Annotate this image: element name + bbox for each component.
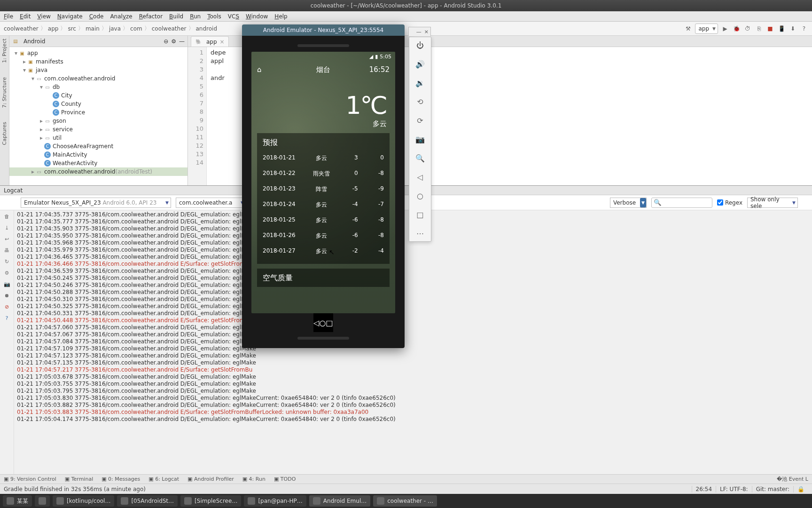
overview-icon[interactable]: □ [415, 209, 425, 220]
settings-icon[interactable]: ⚙ [3, 269, 11, 277]
tree-node[interactable]: CMainActivity [9, 151, 187, 159]
disclosure-triangle[interactable]: ▸ [39, 118, 44, 124]
tree-node[interactable]: ▸▭com.coolweather.android (androidTest) [9, 167, 187, 176]
log-line[interactable]: 01-21 17:05:03.678 3775-3816/com.coolwea… [17, 373, 809, 381]
restart-icon[interactable]: ↻ [3, 257, 11, 266]
back-icon[interactable]: ◁ [415, 172, 425, 182]
structure-tool-button[interactable]: 7: Structure [1, 77, 8, 108]
breadcrumb[interactable]: coolweather〉app〉src〉main〉java〉com〉coolwe… [4, 24, 217, 32]
menu-vcs[interactable]: VCS [228, 13, 239, 20]
log-line[interactable]: 01-21 17:04:50.448 3775-3816/com.coolwea… [17, 317, 809, 324]
tool-terminal[interactable]: ▣ Terminal [65, 476, 93, 482]
taskbar-item[interactable] [35, 495, 50, 507]
menu-edit[interactable]: Edit [20, 13, 31, 20]
tree-node[interactable]: ▾▣java [9, 66, 187, 74]
taskbar-item[interactable]: [kotlinup/cool… [53, 495, 114, 507]
log-line[interactable]: 01-21 17:04:57.123 3775-3816/com.coolwea… [17, 352, 809, 359]
attach-button[interactable]: ⎘ [755, 24, 763, 33]
log-line[interactable]: 01-21 17:04:57.109 3775-3816/com.coolwea… [17, 345, 809, 352]
taskbar-item[interactable]: [pan@pan-HP… [244, 495, 306, 507]
git-branch[interactable]: Git: master: [752, 486, 793, 492]
profile-button[interactable]: ⏱ [743, 24, 752, 33]
log-line[interactable]: 01-21 17:04:57.217 3775-3816/com.coolwea… [17, 366, 809, 373]
help-icon[interactable]: ? [800, 24, 808, 33]
debug-button[interactable]: 🐞 [732, 24, 741, 33]
project-scope[interactable]: Android [23, 38, 45, 45]
event-log-button[interactable]: �池 Event L [777, 476, 808, 483]
log-line[interactable]: 01-21 17:04:50.288 3775-3816/com.coolwea… [17, 289, 809, 296]
nav-home[interactable]: ○ [320, 318, 326, 327]
tree-node[interactable]: CCounty [9, 100, 187, 108]
hide-icon[interactable]: — [179, 38, 185, 45]
menu-analyze[interactable]: Analyze [110, 13, 132, 20]
record-icon[interactable]: ⏺ [3, 291, 11, 300]
log-line[interactable]: 01-21 17:04:57.135 3775-3816/com.coolwea… [17, 359, 809, 366]
crumb-java[interactable]: java [109, 25, 121, 32]
emulator-window[interactable]: Android Emulator - Nexus_5X_API_23:5554 … [242, 24, 405, 348]
close-icon[interactable]: × [424, 29, 429, 35]
crumb-com[interactable]: com [130, 25, 142, 32]
encoding[interactable]: LF: UTF-8: [716, 486, 752, 492]
crumb-android[interactable]: android [196, 25, 218, 32]
log-output[interactable]: 01-21 17:04:35.737 3775-3816/com.coolwea… [14, 210, 812, 474]
sdk-button[interactable]: ⬇ [789, 24, 797, 33]
crumb-src[interactable]: src [68, 25, 76, 32]
log-search-input[interactable] [651, 198, 712, 208]
log-line[interactable]: 01-21 17:04:57.067 3775-3816/com.coolwea… [17, 331, 809, 338]
menu-view[interactable]: View [37, 13, 50, 20]
disclosure-triangle[interactable]: ▸ [30, 168, 36, 175]
rotate-right-icon[interactable]: ⟳ [415, 115, 425, 126]
stop-button[interactable]: ■ [766, 24, 774, 33]
lock-icon[interactable]: 🔒 [793, 486, 808, 492]
log-line[interactable]: 01-21 17:04:50.310 3775-3816/com.coolwea… [17, 296, 809, 303]
help-icon[interactable]: ? [3, 314, 11, 322]
home-icon[interactable]: ○ [415, 190, 425, 201]
tree-node[interactable]: ▸▭service [9, 125, 187, 134]
run-button[interactable]: ▶ [721, 24, 729, 33]
menu-navigate[interactable]: Navigate [57, 13, 83, 20]
project-tree[interactable]: ▾▣app▸▣manifests▾▣java▾▭com.coolweather.… [9, 47, 187, 185]
disclosure-triangle[interactable]: ▸ [22, 58, 27, 65]
log-line[interactable]: 01-21 17:05:03.795 3775-3816/com.coolwea… [17, 388, 809, 395]
crumb-coolweather[interactable]: coolweather [4, 25, 39, 32]
tool-4-run[interactable]: ▣ 4: Run [242, 476, 265, 482]
project-tool-button[interactable]: 1: Project [1, 39, 8, 63]
nav-recents[interactable]: □ [326, 318, 333, 327]
avd-button[interactable]: 📱 [777, 24, 786, 33]
taskbar-item[interactable]: [SimpleScree… [180, 495, 241, 507]
disclosure-triangle[interactable]: ▾ [30, 75, 36, 82]
tool-0-messages[interactable]: ▣ 0: Messages [102, 476, 140, 482]
taskbar-item[interactable]: coolweather - … [373, 495, 437, 507]
log-line[interactable]: 01-21 17:04:57.084 3775-3816/com.coolwea… [17, 338, 809, 345]
regex-checkbox[interactable]: Regex [717, 199, 742, 206]
logcat-tab[interactable]: Logcat [0, 186, 812, 195]
log-line[interactable]: 01-21 17:04:57.060 3775-3816/com.coolwea… [17, 324, 809, 331]
crumb-app[interactable]: app [48, 25, 59, 32]
log-line[interactable]: 01-21 17:04:35.979 3775-3816/com.coolwea… [17, 246, 809, 254]
disclosure-triangle[interactable]: ▸ [39, 126, 44, 133]
build-icon[interactable]: ⚒ [684, 24, 692, 33]
taskbar-item[interactable]: [05AndroidSt… [117, 495, 178, 507]
menu-run[interactable]: Run [190, 13, 201, 20]
tree-node[interactable]: CProvince [9, 108, 187, 117]
log-line[interactable]: 01-21 17:05:03.882 3775-3816/com.coolwea… [17, 402, 809, 409]
gear-icon[interactable]: ⚙ [171, 38, 176, 45]
crumb-main[interactable]: main [86, 25, 100, 32]
disclosure-triangle[interactable]: ▾ [13, 50, 19, 56]
scroll-end-icon[interactable]: ⤓ [3, 223, 11, 232]
tree-node[interactable]: ▸▭util [9, 134, 187, 142]
log-line[interactable]: 01-21 17:04:50.331 3775-3816/com.coolwea… [17, 310, 809, 317]
log-line[interactable]: 01-21 17:05:03.883 3775-3816/com.coolwea… [17, 409, 809, 416]
menu-tools[interactable]: Tools [207, 13, 221, 20]
camera-icon[interactable]: 📷 [3, 280, 11, 288]
tree-node[interactable]: ▾▣app [9, 49, 187, 57]
close-tab-icon[interactable]: × [220, 39, 225, 45]
soft-wrap-icon[interactable]: ↩ [3, 235, 11, 243]
device-selector[interactable]: Emulator Nexus_5X_API_23 Android 6.0, AP… [21, 198, 171, 208]
tree-node[interactable]: ▸▣manifests [9, 57, 187, 66]
menu-help[interactable]: Help [274, 13, 287, 20]
log-level-selector[interactable]: Verbose [610, 198, 647, 208]
run-config-selector[interactable]: app [695, 24, 718, 34]
tree-node[interactable]: CChooseAreaFragment [9, 142, 187, 151]
tool-android-profiler[interactable]: ▣ Android Profiler [187, 476, 234, 482]
